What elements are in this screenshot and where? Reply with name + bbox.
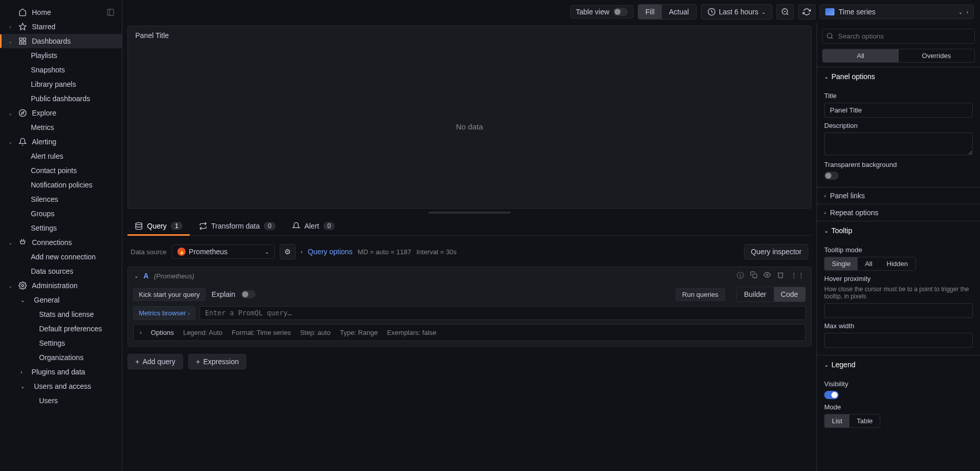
- nav-starred[interactable]: › Starred: [0, 20, 122, 34]
- actual-button[interactable]: Actual: [662, 5, 696, 19]
- tab-alert[interactable]: Alert 0: [285, 217, 342, 235]
- nav-stats-license[interactable]: Stats and license: [0, 307, 122, 322]
- svg-rect-5: [20, 42, 22, 44]
- nav-plugins-data[interactable]: ›Plugins and data: [0, 365, 122, 379]
- nav-users-access[interactable]: ⌄Users and access: [0, 379, 122, 393]
- repeat-options-section[interactable]: ›Repeat options: [817, 204, 980, 221]
- toolbar: Table view Fill Actual Last 6 hours ⌄ Ti…: [122, 0, 980, 24]
- chevron-down-icon[interactable]: ⌄: [134, 273, 138, 279]
- ds-settings-button[interactable]: ⚙: [280, 244, 296, 259]
- legend-list-button[interactable]: List: [825, 415, 849, 427]
- title-input[interactable]: [824, 103, 973, 118]
- run-queries-button[interactable]: Run queries: [676, 288, 725, 301]
- time-range-picker[interactable]: Last 6 hours ⌄: [701, 4, 772, 20]
- nav-general[interactable]: ⌄General: [0, 293, 122, 307]
- builder-button[interactable]: Builder: [737, 287, 774, 302]
- overrides-tab[interactable]: Overrides: [899, 49, 975, 62]
- nav-dashboards[interactable]: ⌄ Dashboards: [0, 34, 122, 48]
- nav-organizations[interactable]: Organizations: [0, 350, 122, 365]
- nav-playlists[interactable]: Playlists: [0, 48, 122, 63]
- nav-data-sources[interactable]: Data sources: [0, 264, 122, 278]
- svg-marker-2: [19, 23, 26, 30]
- zoom-out-button[interactable]: [776, 4, 794, 20]
- chevron-down-icon: ⌄: [7, 239, 13, 246]
- kick-start-button[interactable]: Kick start your query: [133, 288, 206, 301]
- legend-section[interactable]: ⌄Legend: [817, 355, 980, 374]
- chevron-right-icon[interactable]: ›: [140, 330, 141, 335]
- resize-handle[interactable]: [428, 212, 511, 214]
- options-label[interactable]: Options: [151, 329, 174, 336]
- visibility-toggle[interactable]: [824, 391, 839, 399]
- explain-toggle[interactable]: [241, 290, 256, 298]
- nav-metrics[interactable]: Metrics: [0, 120, 122, 135]
- table-view-toggle[interactable]: Table view: [570, 5, 633, 18]
- code-button[interactable]: Code: [774, 287, 805, 302]
- dock-icon[interactable]: [106, 8, 115, 16]
- query-options-link[interactable]: Query options: [307, 248, 352, 256]
- transparent-bg-toggle[interactable]: [824, 172, 839, 180]
- refresh-button[interactable]: [798, 4, 815, 20]
- panel-links-section[interactable]: ›Panel links: [817, 187, 980, 204]
- tab-transform[interactable]: Transform data 0: [192, 217, 283, 235]
- nav-silences[interactable]: Silences: [0, 192, 122, 206]
- nav-label: Groups: [31, 210, 55, 218]
- nav-contact-points[interactable]: Contact points: [0, 163, 122, 178]
- hover-proximity-input[interactable]: [824, 303, 973, 318]
- tooltip-hidden-button[interactable]: Hidden: [880, 257, 915, 270]
- nav-add-connection[interactable]: Add new connection: [0, 250, 122, 264]
- svg-point-17: [827, 33, 832, 38]
- nav-label: Alerting: [32, 138, 56, 146]
- query-letter[interactable]: A: [143, 272, 149, 280]
- drag-icon[interactable]: ⋮⋮: [790, 271, 805, 280]
- zoom-out-icon: [781, 8, 789, 16]
- metrics-browser-button[interactable]: Metrics browser ›: [133, 306, 195, 320]
- nav-snapshots[interactable]: Snapshots: [0, 63, 122, 77]
- promql-input[interactable]: [199, 306, 806, 320]
- ds-name: Prometheus: [189, 248, 227, 256]
- nav-public-dashboards[interactable]: Public dashboards: [0, 91, 122, 106]
- nav-label: Silences: [31, 195, 58, 203]
- eye-icon[interactable]: [764, 271, 771, 280]
- nav-label: Alert rules: [31, 152, 63, 160]
- bell-icon: [292, 222, 300, 230]
- visualization-picker[interactable]: Time series ⌄ ›: [820, 5, 974, 19]
- nav-users[interactable]: Users: [0, 393, 122, 408]
- nav-explore[interactable]: ⌄ Explore: [0, 106, 122, 120]
- nav-default-prefs[interactable]: Default preferences: [0, 322, 122, 336]
- tooltip-single-button[interactable]: Single: [825, 257, 858, 270]
- legend-table-button[interactable]: Table: [849, 415, 880, 427]
- query-inspector-button[interactable]: Query inspector: [744, 244, 808, 259]
- trash-icon[interactable]: [777, 271, 784, 280]
- svg-point-16: [766, 274, 768, 276]
- search-options-input[interactable]: [822, 29, 975, 44]
- add-expression-button[interactable]: +Expression: [188, 354, 246, 369]
- add-query-button[interactable]: +Add query: [128, 354, 183, 369]
- svg-rect-6: [23, 42, 26, 44]
- nav-alerting[interactable]: ⌄ Alerting: [0, 135, 122, 149]
- data-source-select[interactable]: 🔥 Prometheus ⌄: [172, 244, 275, 259]
- nav-label: Add new connection: [31, 253, 96, 261]
- description-input[interactable]: [824, 133, 973, 155]
- fill-button[interactable]: Fill: [638, 5, 662, 19]
- nav-settings-alerting[interactable]: Settings: [0, 221, 122, 235]
- nav-groups[interactable]: Groups: [0, 206, 122, 221]
- nav-alert-rules[interactable]: Alert rules: [0, 149, 122, 163]
- nav-administration[interactable]: ⌄ Administration: [0, 278, 122, 293]
- tab-query[interactable]: Query 1: [128, 217, 190, 235]
- panel-options-section[interactable]: ⌄Panel options: [817, 67, 980, 86]
- chevron-right-icon[interactable]: ›: [301, 249, 302, 255]
- tooltip-section[interactable]: ⌄Tooltip: [817, 221, 980, 240]
- database-icon: [135, 222, 143, 230]
- nav-settings-admin[interactable]: Settings: [0, 336, 122, 350]
- max-width-input[interactable]: [824, 333, 973, 348]
- nav-notification-policies[interactable]: Notification policies: [0, 178, 122, 192]
- copy-icon[interactable]: [750, 271, 757, 280]
- nav-library-panels[interactable]: Library panels: [0, 77, 122, 91]
- nav-home[interactable]: Home: [0, 5, 122, 20]
- all-tab[interactable]: All: [823, 49, 899, 62]
- chevron-right-icon: ›: [824, 210, 826, 216]
- nav-label: Stats and license: [39, 310, 94, 318]
- nav-connections[interactable]: ⌄ Connections: [0, 235, 122, 250]
- tooltip-all-button[interactable]: All: [858, 257, 879, 270]
- info-icon[interactable]: ⓘ: [737, 271, 744, 280]
